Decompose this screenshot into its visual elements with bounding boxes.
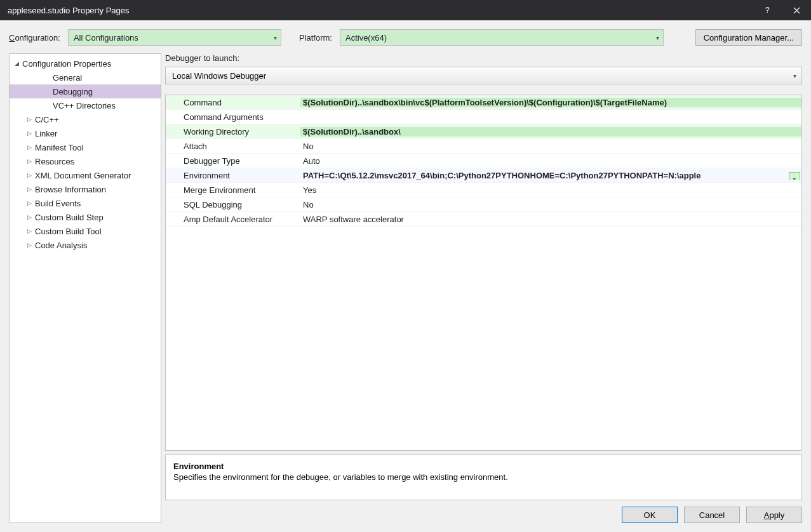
ok-button[interactable]: OK [622,507,678,523]
configuration-manager-button[interactable]: Configuration Manager... [695,29,802,46]
property-row[interactable]: Debugger TypeAuto [166,154,801,168]
tree-item-vc-directories[interactable]: VC++ Directories [10,98,161,112]
property-value[interactable]: $(SolutionDir)..\sandbox\ [300,127,801,136]
expand-icon[interactable]: ▷ [27,144,35,150]
dropdown-icon[interactable]: ⌄ [789,172,800,180]
debugger-launch-label: Debugger to launch: [165,53,802,63]
property-name: Command Arguments [166,112,300,122]
property-row[interactable]: Command Arguments [166,110,801,124]
property-row[interactable]: SQL DebuggingNo [166,197,801,212]
tree-item-label: VC++ Directories [53,101,116,110]
platform-combo[interactable]: Active(x64) ▾ [340,29,664,46]
tree-item-custom-build-tool[interactable]: ▷Custom Build Tool [10,224,161,238]
property-value[interactable]: No [300,200,801,209]
property-row[interactable]: Command$(SolutionDir)..\sandbox\bin\vc$(… [166,95,801,110]
help-button[interactable]: ? [753,0,782,20]
tree-item-label: Browse Information [35,185,106,194]
debugger-launch-value: Local Windows Debugger [172,71,266,81]
apply-button[interactable]: Apply [746,507,802,523]
tree-item-build-events[interactable]: ▷Build Events [10,196,161,210]
tree-item-browse-information[interactable]: ▷Browse Information [10,182,161,196]
description-text: Specifies the environment for the debuge… [173,472,794,482]
property-row[interactable]: Merge EnvironmentYes [166,183,801,197]
svg-text:?: ? [765,6,770,14]
tree-item-label: Code Analysis [35,241,87,250]
close-button[interactable] [782,0,811,20]
property-row[interactable]: Working Directory$(SolutionDir)..\sandbo… [166,124,801,139]
description-panel: Environment Specifies the environment fo… [165,455,802,500]
expand-icon[interactable]: ▷ [27,186,35,192]
tree-root-label: Configuration Properties [22,59,111,69]
chevron-down-icon: ▾ [793,72,796,79]
tree-item-label: Resources [35,157,74,166]
tree-item-label: Build Events [35,199,81,208]
tree-item-manifest-tool[interactable]: ▷Manifest Tool [10,140,161,154]
tree-item-label: C/C++ [35,115,59,124]
property-name: Amp Default Accelerator [166,215,300,224]
property-value[interactable]: No [300,142,801,151]
tree-item-custom-build-step[interactable]: ▷Custom Build Step [10,210,161,224]
chevron-down-icon: ▾ [656,34,659,41]
tree-item-label: XML Document Generator [35,171,131,180]
tree-item-label: General [53,73,82,83]
tree-item-general[interactable]: General [10,70,161,84]
expand-icon[interactable]: ▷ [27,130,35,136]
property-value[interactable]: $(SolutionDir)..\sandbox\bin\vc$(Platfor… [300,98,801,107]
tree-item-debugging[interactable]: Debugging [10,84,161,98]
tree-item-code-analysis[interactable]: ▷Code Analysis [10,238,161,252]
property-name: Environment [166,171,300,180]
configuration-value: All Configurations [74,33,138,43]
property-name: Working Directory [166,127,300,136]
property-value[interactable]: Auto [300,156,801,166]
cancel-button[interactable]: Cancel [684,507,740,523]
property-value[interactable]: PATH=C:\Qt\5.12.2\msvc2017_64\bin;C:\Pyt… [300,171,801,180]
configuration-label: Configuration: [9,33,60,43]
expand-icon[interactable]: ▷ [27,158,35,164]
property-name: Command [166,98,300,107]
dialog-footer: OK Cancel Apply [165,507,802,523]
config-bar: Configuration: All Configurations ▾ Plat… [9,29,802,46]
description-title: Environment [173,462,794,471]
tree-item-c-c-[interactable]: ▷C/C++ [10,112,161,126]
expand-icon[interactable]: ▷ [27,214,35,220]
tree-item-label: Custom Build Step [35,213,104,222]
tree-item-label: Debugging [53,87,93,96]
property-value[interactable]: WARP software accelerator [300,215,801,224]
expand-icon[interactable]: ▷ [27,116,35,123]
platform-value: Active(x64) [345,33,387,43]
property-value[interactable]: Yes [300,185,801,195]
window-title: appleseed.studio Property Pages [8,6,130,15]
tree-root[interactable]: ◢ Configuration Properties [10,57,161,70]
tree-item-label: Custom Build Tool [35,227,102,236]
expand-icon[interactable]: ▷ [27,200,35,206]
collapse-icon[interactable]: ◢ [15,60,22,67]
property-name: SQL Debugging [166,200,300,209]
chevron-down-icon: ▾ [274,34,277,41]
expand-icon[interactable]: ▷ [27,172,35,178]
expand-icon[interactable]: ▷ [27,228,35,234]
property-row[interactable]: EnvironmentPATH=C:\Qt\5.12.2\msvc2017_64… [166,168,801,183]
tree-item-linker[interactable]: ▷Linker [10,126,161,140]
property-grid[interactable]: Command$(SolutionDir)..\sandbox\bin\vc$(… [165,95,802,451]
tree-item-label: Linker [35,129,57,138]
property-row[interactable]: AttachNo [166,139,801,154]
expand-icon[interactable]: ▷ [27,242,35,248]
platform-label: Platform: [299,33,332,43]
property-name: Debugger Type [166,156,300,166]
tree-item-xml-document-generator[interactable]: ▷XML Document Generator [10,168,161,182]
debugger-launch-combo[interactable]: Local Windows Debugger ▾ [165,67,802,84]
titlebar: appleseed.studio Property Pages ? [0,0,811,20]
property-row[interactable]: Amp Default AcceleratorWARP software acc… [166,212,801,227]
property-name: Merge Environment [166,185,300,195]
configuration-combo[interactable]: All Configurations ▾ [68,29,281,46]
tree-item-resources[interactable]: ▷Resources [10,154,161,168]
tree-item-label: Manifest Tool [35,143,83,152]
property-name: Attach [166,142,300,151]
config-tree[interactable]: ◢ Configuration Properties GeneralDebugg… [9,53,161,523]
